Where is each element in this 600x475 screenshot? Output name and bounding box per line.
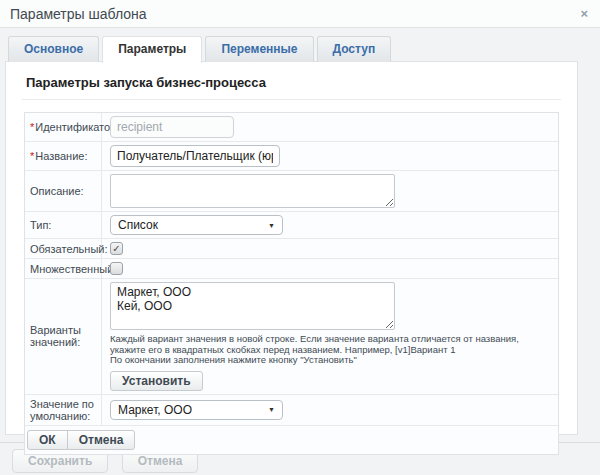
row-type: Тип: Список ▼ [25, 212, 558, 239]
dialog-title-bar: Параметры шаблона × [0, 0, 600, 28]
required-checkbox[interactable]: ✓ [110, 242, 123, 255]
multiple-label: Множественный: [25, 259, 102, 278]
tab-basic[interactable]: Основное [8, 36, 99, 62]
options-help-line1: Каждый вариант значения в новой строке. … [110, 334, 550, 355]
default-value-label: Значение по умолчанию: [25, 395, 102, 425]
checkmark-icon: ✓ [112, 244, 120, 254]
row-multiple: Множественный: [25, 259, 558, 279]
tab-content-panel: Параметры запуска бизнес-процесса *Идент… [5, 61, 578, 435]
options-textarea[interactable]: Маркет, ООО Кей, ООО [110, 282, 395, 330]
required-mark: * [30, 150, 34, 162]
name-label: *Название: [25, 142, 102, 170]
default-value-select[interactable]: Маркет, ООО ▼ [110, 400, 283, 420]
name-input[interactable] [110, 145, 280, 167]
row-options: Варианты значений: Маркет, ООО Кей, ООО … [25, 279, 558, 395]
ok-button[interactable]: ОК [27, 430, 68, 450]
identifier-input [110, 116, 234, 138]
options-label: Варианты значений: [25, 279, 102, 394]
type-label: Тип: [25, 212, 102, 238]
description-textarea[interactable] [110, 174, 395, 208]
tab-access[interactable]: Доступ [317, 36, 392, 62]
type-select-value: Список [118, 218, 158, 232]
tab-parameters[interactable]: Параметры [102, 36, 202, 63]
multiple-checkbox[interactable] [110, 262, 123, 275]
tab-bar: Основное Параметры Переменные Доступ [8, 36, 600, 62]
row-required: Обязательный: ✓ [25, 239, 558, 259]
description-label: Описание: [25, 171, 102, 211]
chevron-down-icon: ▼ [268, 406, 275, 413]
chevron-down-icon: ▼ [268, 222, 275, 229]
section-heading: Параметры запуска бизнес-процесса [22, 72, 561, 100]
row-description: Описание: [25, 171, 558, 212]
required-label: Обязательный: [25, 239, 102, 258]
row-identifier: *Идентификатор: [25, 113, 558, 142]
set-options-button[interactable]: Установить [110, 371, 203, 391]
close-icon[interactable]: × [580, 7, 588, 20]
options-help-line2: По окончании заполнения нажмите кнопку "… [110, 355, 550, 366]
tab-variables[interactable]: Переменные [205, 36, 313, 62]
dialog-title: Параметры шаблона [10, 6, 147, 22]
identifier-label: *Идентификатор: [25, 113, 102, 141]
row-form-buttons: ОК Отмена [25, 426, 558, 454]
row-default-value: Значение по умолчанию: Маркет, ООО ▼ [25, 395, 558, 426]
form-cancel-button[interactable]: Отмена [67, 430, 136, 450]
default-value-select-value: Маркет, ООО [118, 403, 192, 417]
row-name: *Название: [25, 142, 558, 171]
type-select[interactable]: Список ▼ [110, 215, 283, 235]
required-mark: * [30, 121, 34, 133]
parameters-form: *Идентификатор: *Название: Описание: [24, 112, 559, 455]
